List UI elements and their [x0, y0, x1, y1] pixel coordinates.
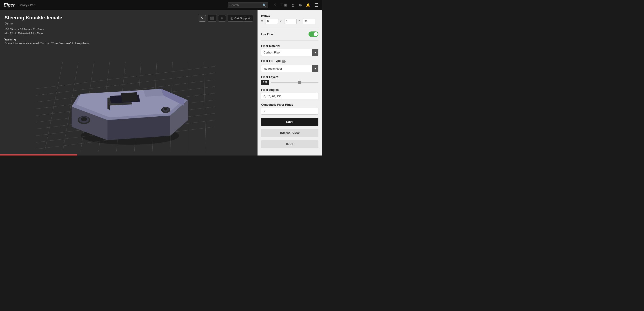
fiber-angles-label: Fiber Angles	[261, 88, 318, 92]
bell-icon[interactable]: 🔔	[306, 3, 310, 7]
rotate-row: X Y Z	[261, 19, 318, 24]
fiber-fill-type-dropdown-wrap: Isotropic Fiber ▼	[261, 65, 318, 72]
internal-view-button[interactable]: Internal View	[261, 129, 318, 137]
concentric-fiber-rings-input[interactable]	[261, 108, 318, 114]
fiber-fill-type-select[interactable]: Isotropic Fiber	[261, 65, 318, 72]
concentric-fiber-rings-label: Concentric Fiber Rings	[261, 103, 318, 106]
breadcrumb: Library / Part	[18, 3, 35, 7]
search-wrap: 🔍	[228, 2, 268, 8]
rotate-x-input[interactable]	[266, 19, 278, 24]
help-icon[interactable]: ?	[274, 3, 276, 7]
search-input[interactable]	[230, 3, 261, 7]
fiber-fill-type-section: Fiber Fill Type ? Isotropic Fiber ▼	[261, 59, 318, 72]
queue-badge: 0	[284, 4, 287, 6]
svg-point-24	[81, 117, 87, 121]
fiber-material-label: Fiber Material	[261, 44, 318, 48]
printer-icon[interactable]: 🖨	[291, 3, 295, 7]
cursor-button[interactable]: V	[199, 15, 206, 22]
rotate-section: Rotate X Y Z	[261, 14, 318, 24]
layer-button[interactable]: ⬛	[208, 15, 216, 22]
rotate-x-label: X	[261, 20, 264, 23]
fiber-material-select[interactable]: Carbon Fiber	[261, 49, 318, 56]
logo: Eiger	[4, 2, 15, 8]
use-fiber-row: Use Fiber	[261, 32, 318, 37]
rotate-z-label: Z	[298, 20, 301, 23]
nav-icons: ? ☰ 0 🖨 ⊕ 🔔 ☰	[274, 2, 318, 8]
right-panel: Rotate X Y Z Use Fiber Fiber Material Ca…	[258, 10, 322, 156]
use-fiber-label: Use Fiber	[261, 32, 274, 36]
part-info: Steering Knuckle-female Demo 130.09mm x …	[4, 15, 90, 45]
fiber-layers-label: Fiber Layers	[261, 75, 318, 79]
rotate-z-input[interactable]	[303, 19, 315, 24]
top-nav: Eiger Library / Part 🔍 ? ☰ 0 🖨 ⊕ 🔔 ☰	[0, 0, 322, 10]
fiber-angles-section: Fiber Angles	[261, 88, 318, 100]
menu-icon[interactable]: ☰	[314, 2, 318, 8]
award-icon[interactable]: ⊕	[299, 3, 302, 7]
fiber-fill-type-label: Fiber Fill Type	[261, 59, 281, 62]
breadcrumb-part[interactable]: Part	[30, 3, 35, 7]
support-icon: ◎	[230, 17, 233, 20]
use-fiber-toggle[interactable]	[308, 32, 318, 37]
download-button[interactable]: ⬇	[218, 15, 226, 22]
divider-2	[261, 40, 318, 41]
canvas-toolbar: V ⬛ ⬇ ◎ Get Support	[199, 15, 253, 22]
part-warning: Warning Some thin features erased. Turn …	[4, 38, 90, 45]
rotate-title: Rotate	[261, 14, 318, 17]
fiber-material-dropdown-wrap: Carbon Fiber ▼	[261, 49, 318, 56]
svg-point-27	[164, 108, 168, 110]
part-subtitle: Demo	[4, 22, 90, 25]
part-dimensions: 130.09mm x 38.1mm x 31.13mm ~8h 32min Es…	[4, 28, 90, 36]
fiber-angles-input[interactable]	[261, 93, 318, 100]
canvas-area[interactable]: Steering Knuckle-female Demo 130.09mm x …	[0, 10, 258, 156]
fiber-layers-slider[interactable]	[271, 82, 318, 83]
breadcrumb-library[interactable]: Library	[18, 3, 28, 7]
part-title: Steering Knuckle-female	[4, 15, 90, 21]
fiber-layers-badge: 122	[261, 80, 269, 85]
fiber-material-section: Fiber Material Carbon Fiber ▼	[261, 44, 318, 56]
concentric-fiber-rings-section: Concentric Fiber Rings	[261, 103, 318, 114]
main-layout: Steering Knuckle-female Demo 130.09mm x …	[0, 10, 322, 156]
print-button[interactable]: Print	[261, 140, 318, 148]
fiber-fill-type-help-icon[interactable]: ?	[282, 60, 286, 63]
fiber-layers-slider-row: 122	[261, 80, 318, 85]
support-button[interactable]: ◎ Get Support	[228, 15, 253, 22]
rotate-y-input[interactable]	[284, 19, 296, 24]
rotate-y-label: Y	[280, 20, 282, 23]
fiber-layers-section: Fiber Layers 122	[261, 75, 318, 85]
queue-icon[interactable]: ☰ 0	[280, 3, 287, 7]
save-button[interactable]: Save	[261, 118, 318, 126]
search-icon: 🔍	[262, 3, 266, 7]
breadcrumb-separator: /	[28, 3, 29, 7]
progress-bar	[0, 154, 77, 156]
